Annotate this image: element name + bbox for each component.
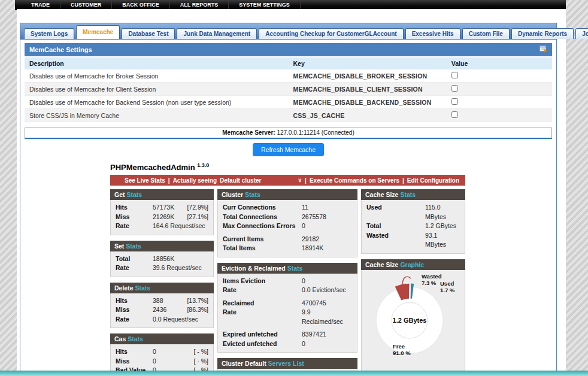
stat-label: Hits [116, 296, 153, 306]
phpmemcachedadmin-section: PHPMemcachedAdmin 1.3.0 See Live Stats |… [110, 162, 465, 371]
stat-row: Hits0[ - %] [116, 347, 208, 357]
tab-content: MemCache Settings Description Key [20, 40, 556, 371]
admin-toolbar: See Live Stats | Actually seeing Default… [110, 175, 465, 186]
panel-title: Delete [114, 284, 135, 292]
column-header-value: Value [447, 57, 552, 69]
stats-column-left: Get StatsHits57173K[72.9%]Miss21269K[27.… [110, 189, 214, 371]
stat-value: 4700745 [302, 299, 326, 308]
panel-body: 1.2 GBytesWasted7.3 %Used1.7 %Free91.0 % [361, 270, 465, 371]
stat-label: Rate [223, 308, 302, 326]
stat-value: 2675578 [302, 213, 326, 222]
chart-label-used: Used1.7 % [440, 280, 454, 293]
page-panel: System LogsMemcacheDatabase TestJunk Dat… [17, 9, 566, 372]
settings-table: Description Key Value Disables use of Me… [25, 57, 552, 122]
panel-get-stats: Get StatsHits57173K[72.9%]Miss21269K[27.… [110, 189, 214, 235]
see-live-stats-link[interactable]: See Live Stats [125, 177, 165, 184]
stat-row: Miss0[ - %] [116, 357, 208, 366]
panel-title: Cluster [222, 191, 245, 198]
setting-checkbox[interactable] [451, 72, 458, 78]
panel-subtitle: Stats [126, 242, 141, 250]
export-icon[interactable] [539, 46, 547, 54]
setting-value-cell [447, 69, 552, 83]
panel-body: Used115.0 MBytesTotal1.2 GBytesWasted93.… [361, 200, 465, 254]
tab-database-test[interactable]: Database Test [122, 28, 175, 39]
stat-label: Total Connections [223, 213, 302, 222]
stat-label: Miss [116, 357, 153, 366]
panel-header-cache-size: Cache Size Stats [361, 189, 465, 200]
stat-value: 0 [302, 277, 305, 286]
cluster-select[interactable]: Default cluster ∨ [220, 177, 302, 184]
stat-value: 0 [302, 339, 305, 349]
tab-system-logs[interactable]: System Logs [24, 28, 74, 39]
tab-junk-data-management[interactable]: Junk Data Management [177, 28, 257, 39]
tab-memcache[interactable]: Memcache [76, 25, 120, 39]
tab-dynamic-reports[interactable]: Dynamic Reports [511, 28, 574, 39]
stat-label: Max Connections Errors [223, 222, 302, 231]
stat-value: 0 [302, 222, 305, 231]
chevron-down-icon: ∨ [298, 177, 302, 183]
stat-value: 21269K [153, 213, 174, 222]
refresh-memcache-button[interactable]: Refresh Memcache [253, 143, 324, 156]
tab-accounting-checkup-for-customerglaccount[interactable]: Accounting Checkup for CustomerGLAccount [259, 28, 403, 39]
setting-description: Disables use of Memcache for Broker Sess… [25, 69, 289, 83]
stat-label: Curr Connections [223, 203, 302, 213]
column-header-description: Description [25, 57, 289, 69]
panel-title: Cas [114, 335, 128, 342]
panel-title: Eviction & Reclaimed [222, 265, 287, 272]
panel-subtitle: Servers List [268, 360, 304, 367]
panel-subtitle: Stats [245, 191, 260, 198]
panel-subtitle: Stats [128, 335, 143, 342]
actually-seeing-label: Actually seeing [173, 177, 217, 184]
stat-value: 93.1 MBytes [425, 231, 460, 250]
stat-row: Total Connections2675578 [223, 213, 352, 222]
stat-row: Used115.0 MBytes [366, 203, 460, 222]
setting-checkbox[interactable] [451, 85, 458, 92]
horizontal-scrollbar[interactable] [0, 371, 588, 376]
panel-header-cluster: Cluster Stats [217, 189, 357, 200]
stat-value: 18856K [153, 254, 174, 264]
stat-label: Wasted [366, 231, 425, 250]
toolbar-separator: | [168, 177, 170, 184]
tab-custom-file[interactable]: Custom File [462, 28, 510, 39]
pma-title: PHPMemcachedAdmin 1.3.0 [110, 162, 465, 172]
settings-row: Disables use of Memcache for Client Sess… [25, 83, 552, 96]
chart-label-wasted: Wasted7.3 % [422, 273, 441, 286]
memcache-server-label: Memcache Server: [222, 129, 275, 136]
stat-label: Reclaimed [223, 299, 302, 308]
stat-row: Max Connections Errors0 [223, 222, 352, 231]
panel-cache-size-graphic: Cache Size Graphic1.2 GBytesWasted7.3 %U… [361, 259, 465, 371]
tab-strip: System LogsMemcacheDatabase TestJunk Dat… [20, 23, 556, 40]
stat-label: Total [116, 254, 153, 264]
panel-subtitle: Stats [135, 284, 150, 292]
stat-value: 1.2 GBytes [425, 222, 456, 231]
stat-row: Reclaimed4700745 [223, 299, 352, 308]
setting-value-cell [447, 96, 552, 109]
execute-commands-link[interactable]: Execute Commands on Servers [310, 177, 399, 184]
tab-excessive-hits[interactable]: Excessive Hits [405, 28, 460, 39]
stats-columns: Get StatsHits57173K[72.9%]Miss21269K[27.… [110, 189, 465, 371]
setting-checkbox[interactable] [451, 111, 458, 118]
stat-percent: [ - %] [193, 357, 208, 366]
stat-label: Used [366, 203, 425, 222]
edit-configuration-link[interactable]: Edit Configuration [407, 177, 459, 184]
tab-jobs-log[interactable]: Jobs Log [575, 28, 588, 39]
panel-subtitle: Stats [126, 191, 142, 198]
setting-checkbox[interactable] [451, 98, 458, 105]
stat-value: 164.6 Request/sec [153, 222, 205, 231]
stat-row: Curr Connections11 [223, 203, 352, 213]
setting-description: Disables use of Memcache for Backend Ses… [25, 96, 289, 109]
toolbar-separator: | [402, 177, 404, 184]
panel-header-cluster-default: Cluster Default Servers List [217, 358, 357, 369]
panel-body: Curr Connections11Total Connections26755… [217, 200, 357, 257]
stat-value: 388 [153, 296, 163, 306]
pma-app-name: PHPMemcachedAdmin [110, 163, 195, 172]
memcache-server-bar: Memcache Server: 127.0.0.1:11214 (Connec… [25, 128, 552, 139]
stat-label: Rate [116, 263, 153, 273]
section-title: MemCache Settings [29, 46, 92, 53]
panel-subtitle: Graphic [400, 261, 424, 268]
setting-key: MEMCACHE_DISABLE_CLIENT_SESSION [289, 83, 447, 96]
stat-row: Rate164.6 Request/sec [116, 222, 208, 231]
stat-label: Rate [116, 222, 153, 231]
stat-value: 11 [302, 203, 308, 213]
column-header-key: Key [289, 57, 447, 69]
